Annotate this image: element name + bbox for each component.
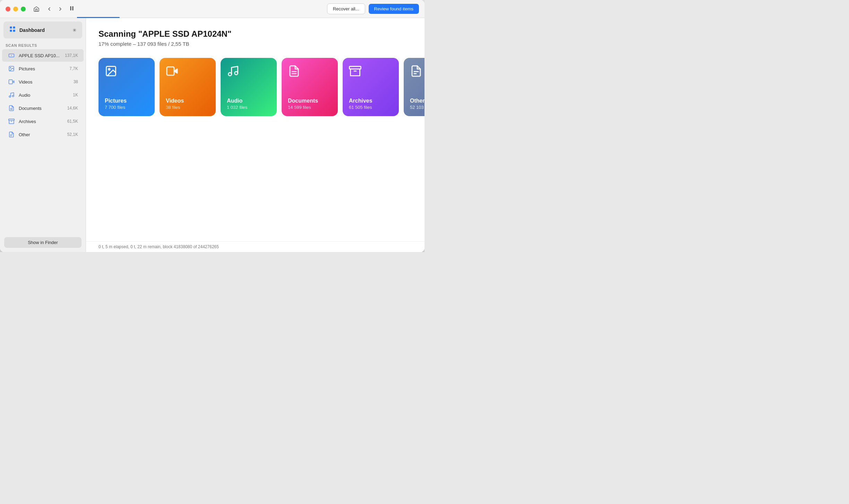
spinner-icon: ✳ bbox=[72, 27, 77, 33]
sidebar-item-count-videos: 38 bbox=[74, 79, 78, 84]
content-main: Scanning "APPLE SSD AP1024N" 17% complet… bbox=[86, 18, 424, 241]
svg-rect-2 bbox=[10, 27, 12, 29]
archives-card-icon bbox=[349, 65, 393, 79]
sidebar-item-count-audio: 1K bbox=[73, 93, 78, 97]
sidebar-item-name-videos: Videos bbox=[19, 79, 74, 85]
audio-sidebar-icon bbox=[8, 91, 15, 99]
minimize-button[interactable] bbox=[13, 7, 18, 11]
sidebar-item-other[interactable]: Other 52,1K bbox=[2, 128, 84, 141]
svg-point-21 bbox=[109, 69, 110, 70]
sidebar-item-count-apple-ssd: 137,1K bbox=[65, 53, 78, 58]
svg-rect-4 bbox=[10, 30, 12, 32]
sidebar-item-name-apple-ssd: APPLE SSD AP10... bbox=[19, 53, 65, 58]
scan-title: Scanning "APPLE SSD AP1024N" bbox=[98, 29, 412, 39]
close-button[interactable] bbox=[6, 7, 10, 11]
svg-rect-0 bbox=[70, 6, 71, 10]
pause-button[interactable] bbox=[67, 4, 77, 14]
show-in-finder-button[interactable]: Show in Finder bbox=[4, 237, 82, 248]
pictures-card-info: Pictures 7 700 files bbox=[105, 98, 148, 110]
audio-card-info: Audio 1 032 files bbox=[227, 98, 271, 110]
other-card-name: Other bbox=[410, 98, 424, 104]
pictures-card-icon bbox=[105, 65, 148, 79]
documents-card-icon bbox=[288, 65, 332, 79]
audio-card-count: 1 032 files bbox=[227, 105, 271, 110]
nav-buttons bbox=[44, 5, 65, 13]
archives-sidebar-icon bbox=[8, 118, 15, 125]
dashboard-label: Dashboard bbox=[19, 27, 72, 33]
sidebar: Dashboard ✳ Scan results APPLE SSD AP10.… bbox=[0, 18, 86, 252]
sidebar-item-archives[interactable]: Archives 61,5K bbox=[2, 115, 84, 128]
pictures-card-name: Pictures bbox=[105, 98, 148, 104]
svg-point-24 bbox=[229, 73, 232, 76]
archives-card-count: 61 505 files bbox=[349, 105, 393, 110]
other-sidebar-icon bbox=[8, 131, 15, 138]
status-bar: 0 t, 5 m elapsed, 0 t, 22 m remain, bloc… bbox=[86, 241, 424, 252]
sidebar-item-pictures[interactable]: Pictures 7,7K bbox=[2, 62, 84, 75]
sidebar-item-apple-ssd[interactable]: APPLE SSD AP10... 137,1K bbox=[2, 49, 84, 62]
other-card-info: Other 52 103 files bbox=[410, 98, 424, 110]
audio-card-name: Audio bbox=[227, 98, 271, 104]
videos-sidebar-icon bbox=[8, 78, 15, 86]
card-audio[interactable]: Audio 1 032 files bbox=[221, 58, 277, 116]
content-area: Scanning "APPLE SSD AP1024N" 17% complet… bbox=[86, 18, 424, 252]
videos-card-name: Videos bbox=[166, 98, 209, 104]
sidebar-item-documents[interactable]: Documents 14,6K bbox=[2, 102, 84, 114]
svg-rect-22 bbox=[167, 67, 174, 75]
documents-card-info: Documents 14 599 files bbox=[288, 98, 332, 110]
dashboard-icon bbox=[9, 26, 16, 34]
scan-subtitle: 17% complete – 137 093 files / 2,55 TB bbox=[98, 41, 412, 47]
progress-bar-container bbox=[77, 0, 327, 18]
videos-card-count: 38 files bbox=[166, 105, 209, 110]
sidebar-item-videos[interactable]: Videos 38 bbox=[2, 76, 84, 88]
home-button[interactable] bbox=[31, 5, 42, 14]
archives-card-name: Archives bbox=[349, 98, 393, 104]
traffic-lights bbox=[6, 7, 26, 11]
svg-rect-16 bbox=[9, 119, 15, 120]
documents-sidebar-icon bbox=[8, 104, 15, 112]
forward-button[interactable] bbox=[55, 5, 65, 13]
card-pictures[interactable]: Pictures 7 700 files bbox=[98, 58, 155, 116]
svg-rect-28 bbox=[350, 67, 361, 69]
sidebar-item-name-audio: Audio bbox=[19, 93, 73, 98]
sidebar-item-count-other: 52,1K bbox=[67, 132, 78, 137]
header-actions: Recover all... Review found items bbox=[327, 3, 419, 14]
sidebar-item-count-archives: 61,5K bbox=[67, 119, 78, 124]
back-button[interactable] bbox=[44, 5, 54, 13]
videos-card-info: Videos 38 files bbox=[166, 98, 209, 110]
pictures-card-count: 7 700 files bbox=[105, 105, 148, 110]
svg-rect-3 bbox=[13, 27, 15, 29]
archives-card-info: Archives 61 505 files bbox=[349, 98, 393, 110]
sidebar-item-count-documents: 14,6K bbox=[67, 106, 78, 111]
svg-point-13 bbox=[12, 95, 14, 97]
pictures-sidebar-icon bbox=[8, 65, 15, 72]
drive-icon bbox=[8, 52, 15, 59]
scan-results-label: Scan results bbox=[0, 40, 86, 49]
titlebar: Recover all... Review found items bbox=[0, 0, 424, 18]
app-window: Recover all... Review found items Dashbo… bbox=[0, 0, 424, 252]
categories-grid: Pictures 7 700 files Videos bbox=[98, 58, 412, 116]
documents-card-count: 14 599 files bbox=[288, 105, 332, 110]
documents-card-name: Documents bbox=[288, 98, 332, 104]
review-found-button[interactable]: Review found items bbox=[369, 4, 419, 14]
card-other[interactable]: Other 52 103 files bbox=[404, 58, 424, 116]
sidebar-item-name-archives: Archives bbox=[19, 119, 67, 124]
svg-point-12 bbox=[9, 96, 11, 97]
card-documents[interactable]: Documents 14 599 files bbox=[282, 58, 338, 116]
other-card-icon bbox=[410, 65, 424, 79]
progress-bar bbox=[77, 17, 120, 18]
svg-point-25 bbox=[235, 72, 238, 75]
audio-card-icon bbox=[227, 65, 271, 79]
sidebar-footer: Show in Finder bbox=[0, 233, 86, 252]
dashboard-item[interactable]: Dashboard ✳ bbox=[3, 21, 82, 38]
card-archives[interactable]: Archives 61 505 files bbox=[343, 58, 399, 116]
videos-card-icon bbox=[166, 65, 209, 79]
sidebar-item-name-other: Other bbox=[19, 132, 67, 137]
status-text: 0 t, 5 m elapsed, 0 t, 22 m remain, bloc… bbox=[98, 244, 219, 249]
svg-rect-5 bbox=[13, 30, 15, 32]
sidebar-item-audio[interactable]: Audio 1K bbox=[2, 89, 84, 101]
sidebar-item-name-documents: Documents bbox=[19, 106, 67, 111]
recover-all-button[interactable]: Recover all... bbox=[327, 3, 365, 14]
svg-rect-1 bbox=[72, 6, 74, 10]
maximize-button[interactable] bbox=[21, 7, 26, 11]
card-videos[interactable]: Videos 38 files bbox=[160, 58, 216, 116]
